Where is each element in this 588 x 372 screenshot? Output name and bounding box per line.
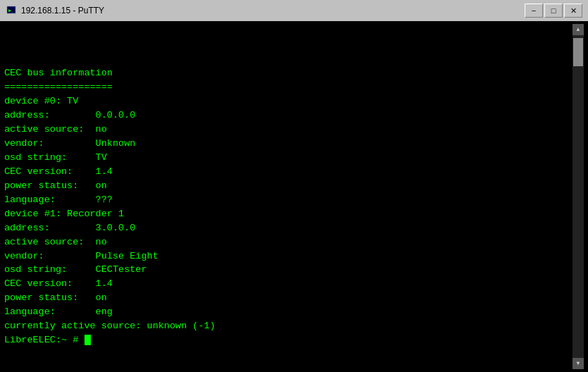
terminal-line: language: eng — [4, 305, 573, 319]
terminal-line: LibreELEC:~ # — [4, 333, 573, 347]
terminal-line: address: 0.0.0.0 — [4, 108, 573, 123]
window-controls: − □ ✕ — [525, 4, 582, 18]
terminal-line: osd string: TV — [4, 151, 573, 165]
terminal-line: address: 3.0.0.0 — [4, 221, 573, 235]
terminal-line: active source: no — [4, 123, 573, 137]
app-icon: ▶_ — [6, 5, 17, 16]
terminal-line: currently active source: unknown (-1) — [4, 319, 573, 333]
terminal-window[interactable]: CEC bus information===================de… — [0, 21, 588, 372]
scrollbar-down-button[interactable]: ▼ — [573, 358, 584, 369]
terminal-line: power status: on — [4, 291, 573, 305]
terminal-line: CEC version: 1.4 — [4, 277, 573, 291]
terminal-line: device #1: Recorder 1 — [4, 207, 573, 221]
terminal-content: CEC bus information===================de… — [4, 24, 573, 369]
titlebar: ▶_ 192.168.1.15 - PuTTY − □ ✕ — [0, 0, 588, 21]
terminal-line: vendor: Pulse Eight — [4, 249, 573, 264]
scrollbar-thumb[interactable] — [573, 38, 583, 66]
scrollbar-up-button[interactable]: ▲ — [573, 24, 584, 35]
terminal-line: =================== — [4, 80, 573, 94]
terminal-line: power status: on — [4, 179, 573, 193]
scrollbar-track[interactable] — [573, 35, 584, 358]
terminal-line: device #0: TV — [4, 94, 573, 108]
window-title: 192.168.1.15 - PuTTY — [21, 6, 525, 16]
terminal-line: active source: no — [4, 235, 573, 249]
maximize-button[interactable]: □ — [544, 4, 563, 18]
terminal-line: vendor: Unknown — [4, 137, 573, 151]
scrollbar[interactable]: ▲ ▼ — [573, 24, 584, 369]
terminal-cursor — [85, 335, 91, 345]
terminal-line: CEC bus information — [4, 66, 573, 80]
terminal-line: language: ??? — [4, 193, 573, 207]
svg-text:▶_: ▶_ — [8, 8, 15, 13]
terminal-line: osd string: CECTester — [4, 263, 573, 277]
minimize-button[interactable]: − — [525, 4, 543, 18]
close-button[interactable]: ✕ — [564, 4, 582, 18]
terminal-line: CEC version: 1.4 — [4, 165, 573, 179]
